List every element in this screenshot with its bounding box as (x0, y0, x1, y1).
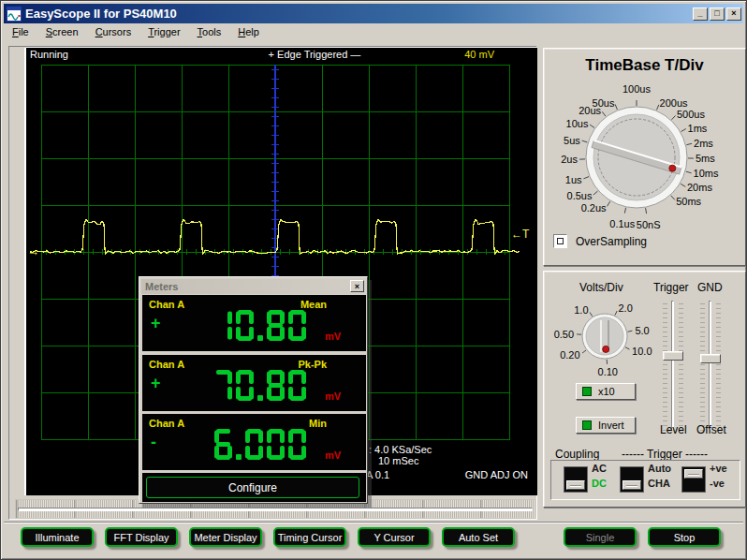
close-button[interactable]: × (726, 7, 741, 21)
trigger-level-slider[interactable] (663, 300, 683, 431)
svg-text:2.0: 2.0 (619, 302, 633, 314)
svg-text:40 mV: 40 mV (464, 49, 494, 60)
svg-text:5us: 5us (564, 135, 580, 146)
svg-text:2ms: 2ms (694, 138, 713, 149)
toolbar-button-auto-set[interactable]: Auto Set (442, 527, 515, 547)
svg-text:1ms: 1ms (688, 123, 708, 134)
trigger-section-label: ------ Trigger ------ (622, 448, 708, 461)
offset-label: Offset (696, 423, 726, 436)
menu-item-file[interactable]: File (4, 24, 37, 39)
switch-label-cha: CHA (648, 478, 670, 489)
menu-item-help[interactable]: Help (229, 24, 268, 39)
toolbar-button-stop[interactable]: Stop (648, 527, 721, 547)
x10-button[interactable]: x10 (576, 383, 636, 400)
menu-bar: FileScreenCursorsTriggerToolsHelp (4, 23, 743, 40)
svg-text:0.5us: 0.5us (567, 190, 593, 201)
coupling-trigger-box: ACDCAutoCHA+ve-ve (550, 460, 740, 500)
meter-row-min: Chan AMin-mV (142, 414, 366, 470)
timebase-group: TimeBase T/Div OverSampling 100us200us50… (543, 48, 746, 266)
svg-text:+ Edge Triggered —: + Edge Triggered — (269, 49, 361, 60)
toolbar-button-illuminate[interactable]: Illuminate (21, 527, 94, 547)
menu-item-screen[interactable]: Screen (37, 24, 87, 39)
svg-text:→: → (27, 244, 39, 258)
meter-value-70.80 (213, 370, 311, 405)
trigger-level-thumb[interactable] (663, 351, 683, 361)
svg-text:0.20: 0.20 (560, 349, 579, 361)
toolbar-button-y-cursor[interactable]: Y Cursor (358, 527, 431, 547)
invert-led (582, 420, 592, 430)
switch-label-dc: DC (592, 478, 607, 489)
svg-text:1us: 1us (565, 174, 582, 185)
svg-text:10.0: 10.0 (632, 346, 652, 357)
meter-value-6.000 (213, 429, 311, 464)
gnd-offset-slider[interactable] (700, 300, 721, 431)
meter-metric-label: Pk-Pk (298, 359, 327, 370)
meters-close-button[interactable]: × (350, 280, 364, 292)
svg-text:20ms: 20ms (687, 182, 712, 193)
switch-slider (684, 469, 703, 479)
minimize-button[interactable]: _ (693, 7, 708, 21)
menu-item-tools[interactable]: Tools (189, 24, 230, 39)
meter-metric-label: Min (309, 418, 327, 429)
meter-sign: + (151, 314, 161, 333)
meter-unit-label: mV (325, 449, 341, 461)
meter-channel-label: Chan A (149, 359, 184, 370)
meter-value-10.80 (213, 310, 311, 345)
svg-text:10ms: 10ms (694, 168, 719, 179)
window-title: EasyScope II for PS40M10 (25, 7, 691, 21)
svg-text:GND ADJ ON: GND ADJ ON (465, 469, 528, 480)
title-bar: EasyScope II for PS40M10 _ □ × (4, 4, 743, 23)
gnd-slider-title: GND (697, 281, 723, 294)
meters-dialog: Meters × Chan AMean+mVChan APk-Pk+mVChan… (139, 276, 368, 504)
svg-text:2us: 2us (561, 154, 578, 165)
app-window: EasyScope II for PS40M10 _ □ × FileScree… (0, 0, 747, 560)
configure-panel: Configure (142, 473, 366, 502)
switch-label--ve: -ve (710, 478, 725, 489)
svg-text:0.1us: 0.1us (609, 218, 635, 229)
menu-item-cursors[interactable]: Cursors (87, 24, 140, 39)
trackbar-groove (18, 508, 533, 511)
slider-groove (671, 301, 674, 430)
switch-slider-line (570, 485, 581, 487)
svg-text:Running: Running (30, 49, 68, 60)
volts-div-knob[interactable]: 1.02.05.010.00.100.200.50 (545, 287, 665, 379)
toolbar-button-timing-cursor[interactable]: Timing Cursor (273, 527, 346, 547)
meter-channel-label: Chan A (149, 418, 184, 429)
meter-sign: + (151, 374, 161, 393)
switch-slider (622, 480, 641, 490)
svg-text:: 4.0 KSa/Sec: : 4.0 KSa/Sec (369, 444, 432, 455)
auto-cha-switch[interactable] (620, 466, 644, 493)
invert-button[interactable]: Invert (576, 417, 636, 434)
switch-label--ve: +ve (710, 463, 727, 474)
ac-dc-switch[interactable] (564, 466, 588, 493)
timebase-knob[interactable]: 100us200us500us1ms2ms5ms10ms20ms50ms50nS… (544, 69, 747, 245)
-ve--ve-switch[interactable] (681, 466, 706, 493)
coupling-label: Coupling (555, 448, 599, 461)
meter-row-mean: Chan AMean+mV (142, 295, 366, 351)
invert-label: Invert (598, 420, 624, 431)
seven-segment-display (213, 370, 311, 401)
configure-button[interactable]: Configure (146, 477, 359, 498)
maximize-button[interactable]: □ (710, 7, 725, 21)
svg-text:5ms: 5ms (696, 153, 715, 164)
svg-text:5.0: 5.0 (635, 325, 649, 336)
app-icon (7, 7, 22, 22)
level-label: Level (660, 423, 687, 436)
x10-led (582, 387, 592, 396)
switch-slider-line (688, 474, 699, 476)
toolbar-button-fft-display[interactable]: FFT Display (105, 527, 178, 547)
vertical-controls-group: Volts/Div Trigger GND Level Offset x10 I… (543, 271, 746, 508)
seven-segment-display (213, 310, 311, 341)
svg-text:0.10: 0.10 (598, 366, 618, 377)
toolbar-button-meter-display[interactable]: Meter Display (189, 527, 262, 547)
meter-row-pk-pk: Chan APk-Pk+mV (142, 355, 366, 411)
switch-label-ac: AC (592, 463, 607, 474)
svg-text:1.0: 1.0 (574, 304, 588, 316)
svg-text:200us: 200us (660, 97, 688, 109)
meter-metric-label: Mean (300, 299, 327, 310)
menu-item-trigger[interactable]: Trigger (139, 24, 188, 39)
toolbar-button-single[interactable]: Single (564, 527, 637, 547)
svg-text:50ms: 50ms (676, 196, 701, 207)
gnd-offset-thumb[interactable] (700, 354, 721, 363)
seven-segment-display (213, 429, 311, 460)
